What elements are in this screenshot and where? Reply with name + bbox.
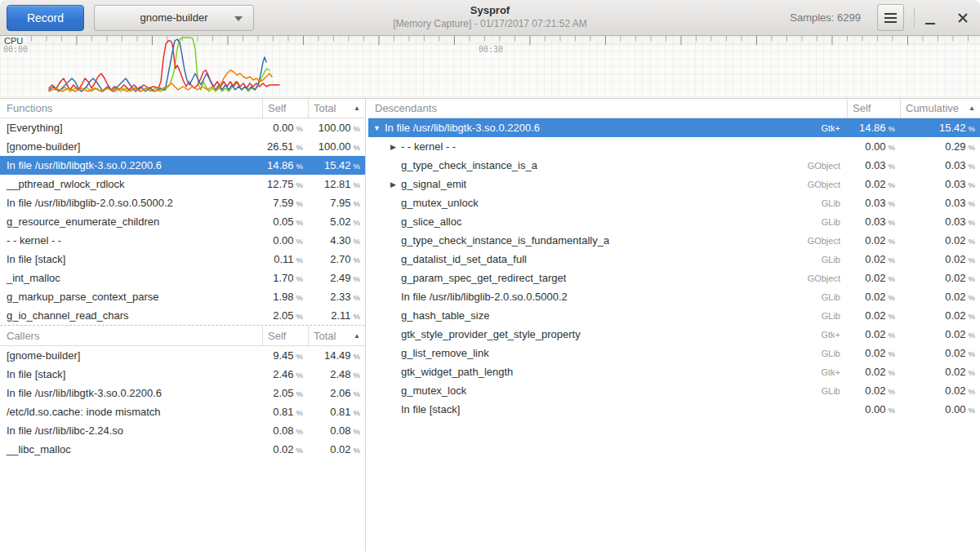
expander-closed-icon[interactable]: ▶ [388,180,399,189]
close-icon [956,11,969,24]
tree-row[interactable]: g_type_check_instance_is_fundamentally_a… [368,231,980,250]
tree-row[interactable]: gtk_widget_path_lengthGtk+0.02%0.02% [368,362,980,381]
percent-value: 0.02 [865,291,885,303]
tree-row[interactable]: In file [stack]0.00%0.00% [368,400,980,419]
function-name: [Everything] [0,122,262,134]
right-pane: Descendants Self Cumulative ▲ ▼In file /… [368,99,980,551]
percent-sign: % [889,218,895,227]
tree-row[interactable]: g_hash_table_sizeGLib0.02%0.02% [368,306,980,325]
self-percent-cell: 2.05% [262,387,308,399]
percent-sign: % [889,162,895,171]
table-row[interactable]: /etc/ld.so.cache: inode mismatch0.81%0.8… [0,402,365,421]
percent-sign: % [354,143,360,152]
table-row[interactable]: - - kernel - -0.00%4.30% [0,231,365,250]
tree-row[interactable]: ▶g_signal_emitGObject0.02%0.03% [368,175,980,193]
descendants-cumulative-column-header[interactable]: Cumulative ▲ [900,99,980,118]
cpu-line-red [49,41,279,90]
table-row[interactable]: _int_malloc1.70%2.49% [0,269,365,287]
function-name: gtk_style_provider_get_style_property [401,328,581,340]
close-button[interactable] [951,4,975,31]
percent-sign: % [296,446,303,455]
function-name: In file [stack] [0,253,262,265]
minimize-button[interactable] [918,4,942,31]
function-name: g_param_spec_get_redirect_target [401,272,566,284]
minimize-icon [925,23,935,24]
percent-sign: % [296,274,303,283]
percent-value: 12.75 [267,178,294,190]
table-row[interactable]: In file [stack]2.46%2.48% [0,365,365,384]
expander-open-icon[interactable]: ▼ [372,124,382,132]
percent-value: 0.02 [945,384,965,397]
functions-self-column-header[interactable]: Self [262,99,308,118]
percent-sign: % [354,162,360,171]
self-percent-cell: 9.45% [262,349,308,362]
percent-sign: % [354,427,360,436]
percent-sign: % [354,446,360,455]
self-percent-cell: 0.05% [262,216,308,228]
table-row[interactable]: [gnome-builder]26.51%100.00% [0,137,365,156]
target-process-label: gnome-builder [140,11,207,24]
self-percent-cell: 0.02% [847,234,900,247]
percent-sign: % [296,199,303,208]
percent-sign: % [296,143,303,152]
functions-total-column-header[interactable]: Total ▲ [308,99,365,118]
menu-button[interactable] [877,4,904,31]
table-row[interactable]: In file /usr/lib/libglib-2.0.so.0.5000.2… [0,193,365,212]
table-row[interactable]: __pthread_rwlock_rdlock12.75%12.81% [0,175,365,193]
cumulative-percent-cell: 0.03% [900,216,980,228]
record-button[interactable]: Record [7,5,84,31]
descendants-column-header[interactable]: Descendants [368,99,847,118]
tree-row[interactable]: In file /usr/lib/libglib-2.0.so.0.5000.2… [368,287,980,306]
self-percent-cell: 0.00% [847,140,900,153]
tree-row[interactable]: g_list_remove_linkGLib0.02%0.02% [368,344,980,362]
cumulative-percent-cell: 15.42% [900,122,980,134]
percent-value: 0.02 [865,384,885,397]
cumulative-percent-cell: 0.02% [900,291,980,303]
function-name: g_markup_parse_context_parse [0,291,262,303]
function-name: g_io_channel_read_chars [0,309,262,322]
table-row[interactable]: In file /usr/lib/libgtk-3.so.0.2200.62.0… [0,384,365,402]
table-row[interactable]: [gnome-builder]9.45%14.49% [0,346,365,365]
tree-row[interactable]: gtk_style_provider_get_style_propertyGtk… [368,325,980,344]
percent-value: 1.70 [273,272,293,284]
tree-row[interactable]: g_type_check_instance_is_aGObject0.03%0.… [368,156,980,175]
total-percent-cell: 100.00% [308,122,365,134]
tree-row[interactable]: g_slice_allocGLib0.03%0.03% [368,212,980,231]
function-name: g_datalist_id_set_data_full [401,253,527,265]
percent-value: 9.45 [273,349,293,362]
cpu-timeline[interactable]: CPU 00:00 00:30 [0,36,980,99]
callers-self-column-header[interactable]: Self [262,327,308,345]
callers-column-header[interactable]: Callers [0,327,262,345]
tree-row[interactable]: g_param_spec_get_redirect_targetGObject0… [368,269,980,287]
percent-sign: % [296,389,303,398]
descendants-self-column-header[interactable]: Self [847,99,900,118]
tree-row[interactable]: g_mutex_unlockGLib0.03%0.03% [368,193,980,212]
table-row[interactable]: [Everything]0.00%100.00% [0,118,365,137]
expander-closed-icon[interactable]: ▶ [388,143,399,151]
percent-sign: % [969,199,975,208]
table-row[interactable]: __libc_malloc0.02%0.02% [0,440,365,459]
table-row[interactable]: g_io_channel_read_chars2.05%2.11% [0,306,365,325]
table-row[interactable]: In file /usr/lib/libgtk-3.so.0.2200.614.… [0,156,365,175]
percent-sign: % [889,368,895,377]
self-percent-cell: 0.03% [847,159,900,171]
percent-sign: % [969,162,975,171]
table-row[interactable]: In file /usr/lib/libc-2.24.so0.08%0.08% [0,421,365,440]
tree-row[interactable]: ▶- - kernel - -0.00%0.29% [368,137,980,156]
percent-value: 0.03 [945,159,965,171]
percent-value: 0.03 [865,159,885,171]
table-row[interactable]: g_resource_enumerate_children0.05%5.02% [0,212,365,231]
percent-value: 0.02 [865,253,885,265]
percent-value: 0.02 [945,234,965,247]
function-name: g_mutex_lock [401,384,466,397]
percent-sign: % [969,406,975,415]
callers-total-column-header[interactable]: Total ▲ [308,327,365,345]
tree-row[interactable]: ▼In file /usr/lib/libgtk-3.so.0.2200.6Gt… [368,118,980,137]
table-row[interactable]: g_markup_parse_context_parse1.98%2.33% [0,287,365,306]
table-row[interactable]: In file [stack]0.11%2.70% [0,250,365,269]
tree-row[interactable]: g_datalist_id_set_data_fullGLib0.02%0.02… [368,250,980,269]
target-process-dropdown[interactable]: gnome-builder [94,5,254,31]
tree-row[interactable]: g_mutex_lockGLib0.02%0.02% [368,381,980,400]
functions-column-header[interactable]: Functions [0,99,262,118]
percent-sign: % [296,218,303,227]
